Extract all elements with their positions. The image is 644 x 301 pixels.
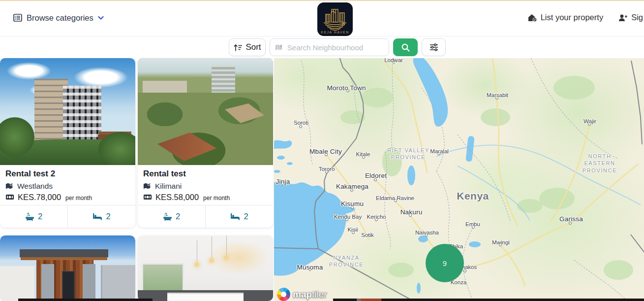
bottom-strip [381,299,644,301]
cluster-count: 9 [443,259,447,268]
map-label: Embu [465,221,480,228]
money-icon [5,194,14,201]
map-label: Naivasha [415,229,439,236]
map-label: RIFT VALLEY PROVINCE [387,147,429,161]
map-label: NYANZA PROVINCE [329,254,364,268]
listing-photo[interactable] [0,235,135,301]
listing-amenities: 2 2 [138,205,273,228]
top-navbar: Browse categories [0,1,644,36]
map-label: Maralal [430,148,449,155]
bedrooms-cell[interactable]: 2 [67,205,135,228]
map-label: Mwingi [492,239,510,246]
keja-haven-logo-icon: KEJA HAVEN [317,2,353,36]
listing-card[interactable] [0,235,135,301]
bathrooms-count: 2 [176,212,180,221]
keja-haven-app: Browse categories [0,0,644,301]
listing-price: KES.78,000 [18,193,61,202]
bottom-strip [357,299,361,301]
listing-card[interactable] [138,235,273,301]
bedrooms-count: 2 [244,212,248,221]
map-cluster-marker[interactable]: 9 [426,244,464,282]
map-label: Marsabit [487,92,508,99]
location-map-icon [5,182,14,190]
bedrooms-count: 2 [106,212,110,221]
location-map-icon [143,182,152,190]
maptiler-attribution[interactable]: maptiler [277,288,327,301]
bed-icon [230,212,240,220]
sign-label: Sig [631,13,643,22]
browse-categories-label: Browse categories [27,13,93,23]
person-plus-icon [618,13,628,22]
map-label: Kendu Bay [334,213,362,221]
search-button[interactable] [393,38,418,56]
bathrooms-cell[interactable]: 2 [138,205,205,228]
bed-icon [92,212,102,220]
listing-price-row: KES.78,000 per month [5,193,130,202]
listing-card[interactable]: Rental test 2 Westlands KES.78,000 per m… [0,58,135,228]
logo-wordmark: KEJA HAVEN [321,31,349,34]
map-canvas[interactable]: LodwarMoroto TownSorotiMarsabitWajirMbal… [274,58,644,301]
map-label: Kisii [347,226,358,234]
map-label: Kenya [457,189,489,202]
map-pin-icon [275,43,283,51]
sign-link[interactable]: Sig [618,13,643,22]
bedrooms-cell[interactable]: 2 [205,205,273,228]
listing-photo[interactable] [138,235,273,301]
map-label: Mbale City [309,147,342,156]
map-label: Soroti [294,119,308,127]
sort-icon [233,43,243,52]
search-toolbar: Sort [229,38,446,56]
navbar-right: List your property Sig [527,13,643,22]
listing-title: Rental test [143,168,268,180]
listing-card[interactable]: Rental test Kilimani KES.58,000 per mont… [138,58,273,228]
logo[interactable]: KEJA HAVEN [317,2,353,36]
listing-location-row: Kilimani [143,182,268,191]
search-neighbourhood-box [270,38,389,56]
map-label: Musoma [297,263,323,272]
sort-label: Sort [245,42,261,52]
list-your-property-label: List your property [541,13,603,22]
bottom-strip [361,299,381,301]
listing-price-row: KES.58,000 per month [143,193,268,202]
search-input[interactable] [287,43,384,52]
listing-location: Westlands [17,182,53,191]
bottom-strip [18,299,153,301]
map-label: NORTH EASTERN PROVINCE [578,153,622,174]
bathrooms-count: 2 [38,212,42,221]
map-label: Wajir [583,118,596,125]
filter-sliders-icon [429,43,439,52]
bottom-strip [333,299,357,301]
map-label: Tororo [319,166,335,173]
bathtub-icon [25,212,34,221]
map-label: Kericho [367,213,386,221]
map-label: Nakuru [400,208,423,217]
list-your-property-link[interactable]: List your property [527,13,603,22]
listing-price: KES.58,000 [155,193,199,202]
listing-title: Rental test 2 [5,168,130,180]
listing-price-period: per month [203,195,230,201]
house-check-icon [527,13,537,22]
map-label: Jinja [276,177,290,186]
map-label: Lodwar [384,58,403,64]
maptiler-wordmark: maptiler [293,289,327,300]
filter-button[interactable] [422,38,446,56]
listing-location: Kilimani [155,182,182,191]
map-label: Sotik [361,232,374,239]
map-label: Eldoret [365,171,387,180]
map-label: Moroto Town [327,84,366,93]
listing-photo[interactable] [0,58,135,165]
bathrooms-cell[interactable]: 2 [0,205,67,228]
search-icon [401,43,410,52]
map-label: Kitale [356,151,370,158]
chevron-down-icon [97,15,104,21]
browse-categories-button[interactable]: Browse categories [13,13,104,23]
maptiler-logo-icon [277,288,290,301]
money-icon [143,194,152,201]
map-label: Kisumu [341,200,364,208]
categories-icon [13,13,23,23]
listing-photo[interactable] [138,58,273,165]
listing-amenities: 2 2 [0,205,135,228]
listing-price-period: per month [65,195,92,201]
listing-location-row: Westlands [5,182,130,191]
sort-button[interactable]: Sort [229,38,266,56]
